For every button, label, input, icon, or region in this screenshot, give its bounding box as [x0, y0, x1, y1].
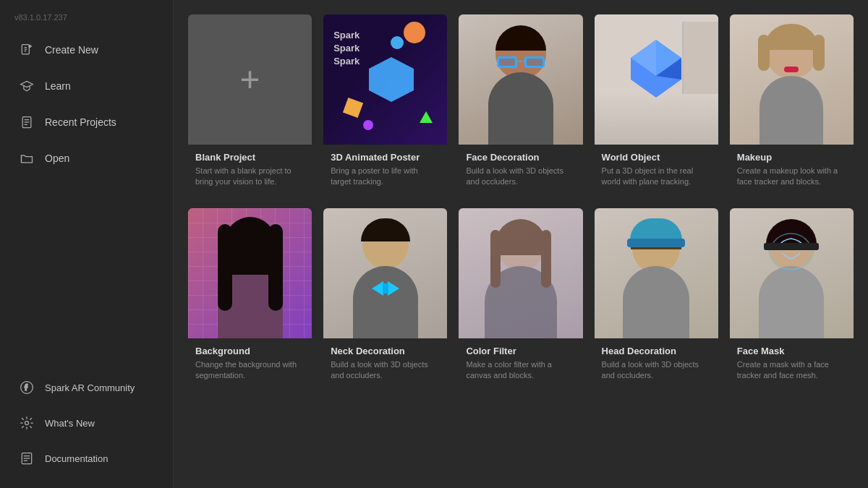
main-content: + Blank Project Start with a blank proje… [174, 0, 868, 488]
card-info-background: Background Change the background with se… [188, 338, 312, 390]
card-info-head: Head Decoration Build a look with 3D obj… [595, 338, 718, 390]
card-info-face-deco: Face Decoration Build a look with 3D obj… [459, 145, 582, 197]
card-desc-color-filter: Make a color filter with a canvas and bl… [466, 359, 575, 382]
card-title-background: Background [195, 346, 305, 356]
recent-projects-label: Recent Projects [45, 116, 116, 128]
svg-point-13 [25, 421, 29, 425]
create-new-label: Create New [45, 44, 98, 56]
svg-marker-6 [21, 81, 33, 87]
card-info-world: World Object Put a 3D object in the real… [595, 145, 718, 197]
blank-thumb: + [188, 14, 312, 145]
sidebar-item-learn[interactable]: Learn [4, 69, 169, 103]
card-info-neck: Neck Decoration Build a look with 3D obj… [323, 338, 447, 390]
svg-marker-18 [369, 57, 414, 102]
card-info-blank: Blank Project Start with a blank project… [188, 145, 312, 197]
template-card-neck[interactable]: Neck Decoration Build a look with 3D obj… [323, 208, 447, 390]
card-title-face-deco: Face Decoration [466, 152, 575, 163]
gear-icon [19, 415, 35, 431]
sidebar-item-recent-projects[interactable]: Recent Projects [4, 105, 169, 140]
template-card-makeup[interactable]: Makeup Create a makeup look with a face … [730, 14, 854, 197]
graduation-icon [19, 78, 35, 94]
card-desc-background: Change the background with segmentation. [195, 359, 305, 382]
card-desc-blank: Start with a blank project to bring your… [195, 166, 305, 188]
sidebar: v83.1.0.17.237 Create New Learn Recent P… [0, 0, 174, 488]
template-card-world[interactable]: World Object Put a 3D object in the real… [595, 14, 718, 197]
templates-grid: + Blank Project Start with a blank proje… [188, 14, 854, 390]
app-version: v83.1.0.17.237 [0, 9, 173, 32]
card-title-mask: Face Mask [737, 346, 846, 356]
card-desc-neck: Build a look with 3D objects and occlude… [331, 359, 440, 382]
template-card-color-filter[interactable]: Color Filter Make a color filter with a … [459, 208, 582, 390]
color-filter-thumb [459, 208, 582, 338]
card-title-color-filter: Color Filter [466, 346, 575, 356]
document-icon [19, 114, 35, 130]
document-lines-icon [19, 450, 35, 466]
template-card-mask[interactable]: Face Mask Create a mask with a face trac… [730, 208, 854, 390]
poster-thumb: SparkSparkSpark [323, 14, 447, 145]
card-info-poster: 3D Animated Poster Bring a poster to lif… [323, 145, 447, 197]
card-title-makeup: Makeup [737, 152, 846, 163]
card-info-makeup: Makeup Create a makeup look with a face … [730, 145, 854, 197]
card-info-color-filter: Color Filter Make a color filter with a … [459, 338, 582, 390]
card-info-mask: Face Mask Create a mask with a face trac… [730, 338, 854, 390]
card-title-blank: Blank Project [195, 152, 305, 163]
card-title-head: Head Decoration [602, 346, 711, 356]
whats-new-label: What's New [45, 418, 95, 429]
card-desc-world: Put a 3D object in the real world with p… [602, 166, 711, 188]
makeup-thumb [730, 14, 854, 145]
folder-open-icon [19, 150, 35, 166]
sidebar-item-documentation[interactable]: Documentation [4, 441, 169, 476]
facebook-icon [19, 380, 35, 395]
sidebar-item-create-new[interactable]: Create New [4, 33, 169, 67]
plus-icon: + [240, 62, 260, 97]
community-label: Spark AR Community [45, 382, 135, 393]
open-label: Open [45, 153, 69, 164]
sidebar-item-open[interactable]: Open [4, 141, 169, 176]
learn-label: Learn [45, 80, 71, 92]
sidebar-item-community[interactable]: Spark AR Community [4, 370, 169, 405]
sidebar-item-whats-new[interactable]: What's New [4, 406, 169, 440]
mask-thumb [730, 208, 854, 338]
card-title-poster: 3D Animated Poster [331, 152, 440, 163]
template-card-poster[interactable]: SparkSparkSpark 3D Animated Poster Bring… [323, 14, 447, 197]
card-desc-face-deco: Build a look with 3D objects and occlude… [466, 166, 575, 188]
neck-thumb [323, 208, 447, 338]
documentation-label: Documentation [45, 453, 108, 464]
world-thumb [595, 14, 718, 145]
template-card-face-deco[interactable]: Face Decoration Build a look with 3D obj… [459, 14, 582, 197]
card-desc-head: Build a look with 3D objects and occlude… [602, 359, 711, 382]
card-desc-makeup: Create a makeup look with a face tracker… [737, 166, 846, 188]
card-title-neck: Neck Decoration [331, 346, 440, 356]
face-deco-thumb [459, 14, 582, 145]
card-desc-mask: Create a mask with a face tracker and fa… [737, 359, 846, 382]
template-card-blank[interactable]: + Blank Project Start with a blank proje… [188, 14, 312, 197]
poster-text: SparkSparkSpark [333, 29, 359, 69]
card-title-world: World Object [602, 152, 711, 163]
card-desc-poster: Bring a poster to life with target track… [331, 166, 440, 188]
head-thumb [595, 208, 718, 338]
template-card-background[interactable]: Background Change the background with se… [188, 208, 312, 390]
background-thumb [188, 208, 312, 338]
file-plus-icon [19, 42, 35, 58]
template-card-head[interactable]: Head Decoration Build a look with 3D obj… [595, 208, 718, 390]
